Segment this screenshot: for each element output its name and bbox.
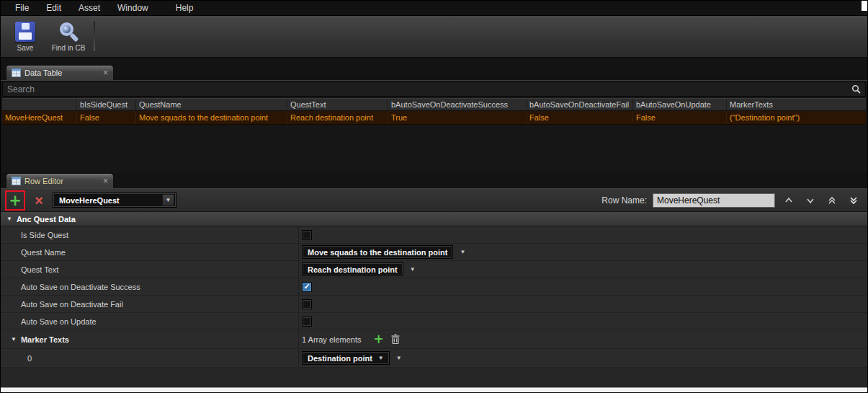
data-table-editor-window: File Edit Asset Window Help Save Find in… [0,0,868,393]
chevron-down-icon[interactable]: ▼ [378,356,384,361]
row-name-input[interactable] [653,193,775,208]
table-row[interactable]: MoveHereQuest False Move squads to the d… [2,111,866,125]
double-chevron-up-icon [827,195,837,206]
row-editor-icon [12,177,21,185]
menu-help[interactable]: Help [167,1,202,14]
tab-data-table[interactable]: Data Table × [6,65,114,80]
column-header[interactable]: bAutoSaveOnDeactivateFail [527,99,633,110]
menu-asset[interactable]: Asset [70,1,109,14]
is-side-quest-checkbox[interactable]: ✓ [302,230,312,240]
menu-bar: File Edit Asset Window Help [1,1,863,15]
search-icon [851,84,861,94]
quest-name-field[interactable]: Move squads to the destination point [302,245,453,259]
marker-text-value: Destination point [308,354,372,363]
asset-toolbar: Save Find in CB [1,15,867,58]
auto-save-success-checkbox[interactable]: ✓ [302,282,312,292]
move-row-bottom-button[interactable] [846,193,862,208]
cell-is-side-quest: False [77,111,136,124]
search-input[interactable]: Search [2,81,866,97]
prop-row-array-element-0: 0 Destination point ▼ ▼ [1,349,867,368]
remove-row-button[interactable]: × [31,193,47,208]
prop-row-quest-text: Quest Text Reach destination point ▼ [1,261,867,278]
prop-label: Auto Save on Update [1,313,299,330]
quest-text-field[interactable]: Reach destination point [302,262,403,276]
menu-window[interactable]: Window [109,1,157,14]
move-row-up-button[interactable] [781,193,797,208]
menu-edit[interactable]: Edit [37,1,70,14]
expander-icon[interactable]: ▼ [6,216,12,222]
save-label: Save [17,44,34,52]
row-name-label: Row Name: [601,195,647,206]
row-editor-tabbar: Row Editor × [1,172,867,188]
toolbar-separator [94,22,95,51]
chevron-down-icon[interactable]: ▼ [457,245,468,259]
tab-row-editor-close-icon[interactable]: × [103,177,108,185]
cell-quest-name: Move squads to the destination point [136,111,287,124]
column-header[interactable]: bIsSideQuest [77,99,136,110]
prop-row-auto-save-success: Auto Save on Deactivate Success ✓ [1,278,867,296]
cell-auto-save-update: False [633,111,727,124]
prop-row-auto-save-fail: Auto Save on Deactivate Fail ✓ [1,296,867,313]
prop-label: Quest Name [1,244,299,260]
row-select-value: MoveHereQuest [59,196,162,205]
tab-row-editor-label: Row Editor [24,177,99,185]
trash-icon [390,334,401,345]
expander-icon[interactable]: ▼ [11,337,17,343]
tab-data-table-close-icon[interactable]: × [103,69,108,77]
chevron-down-icon[interactable]: ▼ [162,194,174,206]
column-header[interactable]: bAutoSaveOnUpdate [633,99,727,110]
auto-save-update-checkbox[interactable]: ✓ [302,317,312,327]
check-icon: ✓ [303,283,310,291]
find-in-cb-label: Find in CB [52,44,86,52]
menu-file[interactable]: File [6,1,37,14]
cell-quest-text: Reach destination point [287,111,388,124]
element-options-icon[interactable]: ▼ [393,351,405,365]
cell-auto-save-success: True [388,111,527,124]
row-editor-panel: + × MoveHereQuest ▼ Row Name: [1,188,867,389]
annotation-highlight-box: + [5,190,25,211]
category-label: Anc Quest Data [17,215,76,224]
window-bottom-edge [1,387,867,392]
add-array-element-button[interactable]: + [374,333,384,345]
category-anc-quest-data[interactable]: ▼ Anc Quest Data [1,212,867,226]
chevron-up-icon [784,195,794,206]
add-row-button[interactable]: + [7,193,23,208]
prop-row-marker-texts: ▼ Marker Texts 1 Array elements + [1,330,867,349]
prop-row-auto-save-update: Auto Save on Update ✓ [1,313,867,330]
prop-row-quest-name: Quest Name Move squads to the destinatio… [1,244,867,261]
column-header-rowname[interactable] [2,99,77,110]
prop-label: Auto Save on Deactivate Fail [1,296,299,312]
chevron-down-icon[interactable]: ▼ [407,262,419,276]
data-table-panel: Search bIsSideQuest QuestName QuestText … [1,80,867,172]
search-placeholder: Search [7,84,851,94]
column-header[interactable]: MarkerTexts [727,99,866,110]
column-header[interactable]: bAutoSaveOnDeactivateSuccess [388,99,527,110]
prop-label: Quest Text [1,261,299,278]
move-row-down-button[interactable] [802,193,818,208]
prop-label: Is Side Quest [1,226,299,243]
marker-text-field[interactable]: Destination point ▼ [302,351,390,365]
column-header[interactable]: QuestText [287,99,388,110]
auto-save-fail-checkbox[interactable]: ✓ [302,299,312,309]
tab-data-table-label: Data Table [24,69,99,77]
column-header[interactable]: QuestName [136,99,287,110]
move-row-top-button[interactable] [824,193,840,208]
magnifier-icon [58,22,79,42]
prop-row-is-side-quest: Is Side Quest ✓ [1,226,867,244]
empty-array-button[interactable] [390,334,401,345]
save-icon [15,22,35,42]
tab-row-editor[interactable]: Row Editor × [6,173,114,188]
cell-row-name: MoveHereQuest [2,111,77,124]
find-in-cb-button[interactable]: Find in CB [47,18,90,55]
cell-marker-texts: ("Destination point") [727,111,866,124]
row-select-dropdown[interactable]: MoveHereQuest ▼ [53,193,176,208]
window-corner [862,1,867,11]
property-grid-empty-space [1,368,867,389]
prop-label: Auto Save on Deactivate Success [1,278,299,295]
chevron-down-icon [805,195,815,206]
table-header-row: bIsSideQuest QuestName QuestText bAutoSa… [2,98,866,111]
plus-icon: + [9,193,22,208]
row-editor-toolbar: + × MoveHereQuest ▼ Row Name: [1,189,867,212]
marker-texts-label: Marker Texts [21,335,69,344]
save-button[interactable]: Save [4,18,47,55]
